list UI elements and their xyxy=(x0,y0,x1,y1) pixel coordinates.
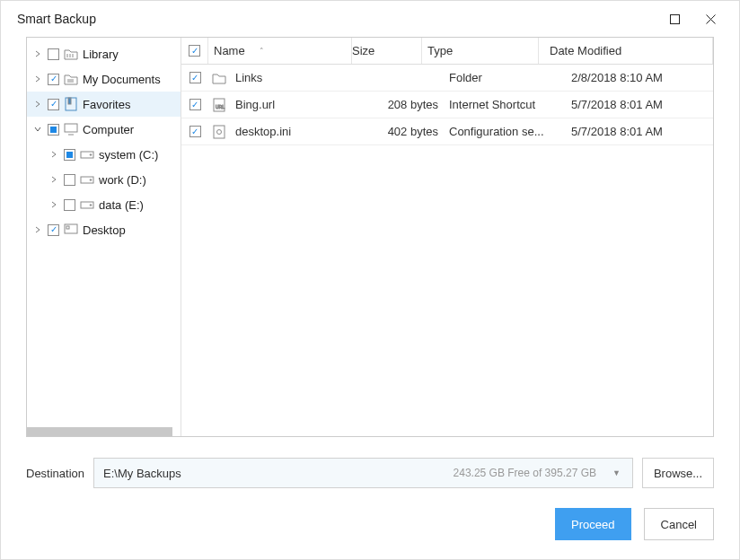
header-check-column[interactable]: ✓ xyxy=(181,38,208,64)
main-panel: Library✓My Documents✓FavoritesComputersy… xyxy=(26,37,714,437)
cancel-button[interactable]: Cancel xyxy=(644,508,714,540)
titlebar: Smart Backup xyxy=(1,1,739,37)
header-type[interactable]: Type xyxy=(422,38,539,64)
node-label: Library xyxy=(83,48,119,61)
file-type: Folder xyxy=(444,71,560,84)
maximize-icon xyxy=(670,14,680,24)
file-name: desktop.ini xyxy=(230,125,374,138)
proceed-button-label: Proceed xyxy=(571,518,614,531)
node-checkbox[interactable]: ✓ xyxy=(48,224,59,236)
tree-node-library[interactable]: Library xyxy=(27,41,181,66)
file-list-header: ✓ Name ˄ Size Type Date Modified xyxy=(181,38,713,65)
ini-icon xyxy=(208,125,230,139)
node-checkbox[interactable]: ✓ xyxy=(48,74,59,85)
drive-icon xyxy=(80,197,94,212)
node-label: system (C:) xyxy=(99,148,158,162)
file-date: 5/7/2018 8:01 AM xyxy=(560,125,713,138)
file-name: Links xyxy=(230,71,374,84)
file-row[interactable]: ✓URLBing.url208 bytesInternet Shortcut5/… xyxy=(181,92,713,118)
file-row[interactable]: ✓desktop.ini402 bytesConfiguration se...… xyxy=(181,118,713,145)
file-date: 5/7/2018 8:01 AM xyxy=(560,98,713,111)
svg-point-5 xyxy=(90,154,92,156)
destination-path: E:\My Backups xyxy=(103,467,446,480)
folder-icon xyxy=(208,72,230,84)
cancel-button-label: Cancel xyxy=(661,518,697,531)
file-list: ✓ Name ˄ Size Type Date Modified ✓LinksF… xyxy=(181,38,713,436)
svg-point-9 xyxy=(90,205,92,206)
node-checkbox[interactable] xyxy=(64,199,75,211)
svg-rect-2 xyxy=(68,98,71,104)
svg-text:URL: URL xyxy=(216,104,225,109)
browse-button-label: Browse... xyxy=(654,467,702,480)
select-all-checkbox[interactable]: ✓ xyxy=(189,45,200,57)
node-label: data (E:) xyxy=(99,198,144,212)
destination-row: Destination E:\My Backups 243.25 GB Free… xyxy=(26,457,714,489)
drive-icon xyxy=(80,172,94,187)
node-checkbox[interactable] xyxy=(48,48,59,60)
node-checkbox[interactable]: ✓ xyxy=(48,99,59,110)
node-checkbox[interactable] xyxy=(48,124,59,136)
expander-icon[interactable] xyxy=(32,74,43,84)
header-name[interactable]: Name ˄ xyxy=(208,38,352,64)
tree-node-workd[interactable]: work (D:) xyxy=(27,167,181,192)
node-label: Computer xyxy=(83,123,134,136)
svg-rect-11 xyxy=(66,226,69,229)
header-date[interactable]: Date Modified xyxy=(539,38,713,64)
svg-point-15 xyxy=(217,129,222,134)
node-label: Desktop xyxy=(83,223,126,237)
expander-icon[interactable] xyxy=(32,99,43,109)
tree-scrollbar[interactable] xyxy=(27,427,172,436)
backup-dialog: Smart Backup Library✓My Documents✓Favori… xyxy=(0,0,740,560)
file-checkbox[interactable]: ✓ xyxy=(189,99,201,110)
destination-label: Destination xyxy=(26,467,84,480)
expander-icon[interactable] xyxy=(32,224,43,235)
dialog-body: Library✓My Documents✓FavoritesComputersy… xyxy=(1,37,739,489)
node-checkbox[interactable] xyxy=(64,149,75,161)
drive-icon xyxy=(80,147,94,162)
svg-rect-0 xyxy=(670,14,679,23)
svg-rect-14 xyxy=(214,126,225,138)
desktop-icon xyxy=(64,223,78,237)
tree-node-systemc[interactable]: system (C:) xyxy=(27,142,181,167)
favorites-icon xyxy=(64,97,78,111)
expander-icon[interactable] xyxy=(32,48,43,59)
file-size: 402 bytes xyxy=(374,125,444,138)
destination-field[interactable]: E:\My Backups 243.25 GB Free of 395.27 G… xyxy=(93,458,633,488)
dialog-footer: Proceed Cancel xyxy=(1,489,739,559)
file-checkbox[interactable]: ✓ xyxy=(189,126,201,137)
folder-books-icon xyxy=(64,47,78,61)
sort-ascending-icon: ˄ xyxy=(260,47,264,56)
proceed-button[interactable]: Proceed xyxy=(555,508,630,540)
file-date: 2/8/2018 8:10 AM xyxy=(560,71,713,84)
tree-node-datae[interactable]: data (E:) xyxy=(27,192,181,217)
source-tree[interactable]: Library✓My Documents✓FavoritesComputersy… xyxy=(27,38,181,436)
svg-rect-3 xyxy=(65,124,77,132)
node-label: work (D:) xyxy=(99,173,146,187)
expander-icon[interactable] xyxy=(48,149,59,160)
computer-icon xyxy=(64,122,78,136)
window-title: Smart Backup xyxy=(17,12,656,26)
close-button[interactable] xyxy=(692,4,728,33)
maximize-button[interactable] xyxy=(656,4,692,33)
node-label: Favorites xyxy=(83,98,130,111)
file-name: Bing.url xyxy=(230,98,374,111)
tree-node-computer[interactable]: Computer xyxy=(27,117,181,142)
browse-button[interactable]: Browse... xyxy=(642,458,714,488)
destination-free-space: 243.25 GB Free of 395.27 GB xyxy=(454,467,596,479)
tree-node-favorites[interactable]: ✓Favorites xyxy=(27,92,181,117)
expander-icon[interactable] xyxy=(48,199,59,210)
destination-dropdown-icon[interactable]: ▼ xyxy=(612,468,623,477)
tree-node-mydocs[interactable]: ✓My Documents xyxy=(27,66,181,92)
close-icon xyxy=(706,14,716,24)
header-name-label: Name xyxy=(214,44,245,57)
file-row[interactable]: ✓LinksFolder2/8/2018 8:10 AM xyxy=(181,65,713,92)
file-checkbox[interactable]: ✓ xyxy=(189,72,201,83)
file-type: Configuration se... xyxy=(444,125,560,138)
expander-icon[interactable] xyxy=(48,174,59,185)
header-size[interactable]: Size xyxy=(352,38,422,64)
folder-docs-icon xyxy=(64,72,78,86)
expander-icon[interactable] xyxy=(32,124,43,135)
tree-node-desktop[interactable]: ✓Desktop xyxy=(27,217,181,242)
node-checkbox[interactable] xyxy=(64,174,75,186)
node-label: My Documents xyxy=(83,73,161,86)
